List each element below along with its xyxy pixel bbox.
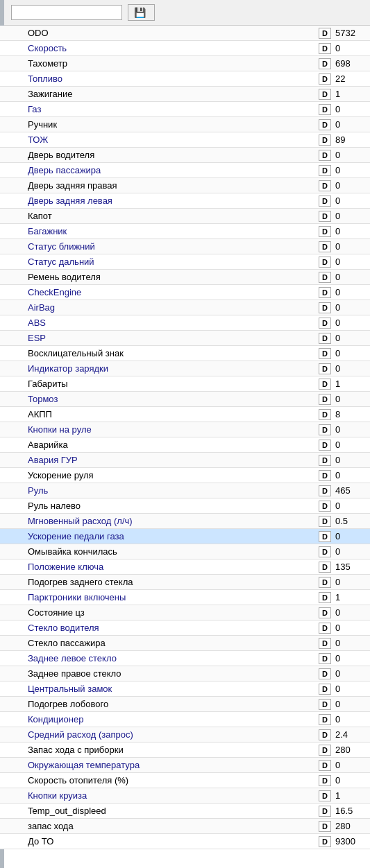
table-row[interactable]: CheckEngineD0 <box>0 285 370 300</box>
table-row[interactable]: Подогрев заднего стеклаD0 <box>0 575 370 590</box>
sensor-value: 0 <box>335 699 370 709</box>
table-row[interactable]: Руль налевоD0 <box>0 498 370 514</box>
d-badge: D <box>319 28 331 39</box>
table-row[interactable]: Дверь задняя леваяD0 <box>0 193 370 209</box>
table-row[interactable]: АварийкаD0 <box>0 437 370 453</box>
table-row[interactable]: Средний расход (запрос)D2.4 <box>0 727 370 743</box>
sensor-value: 0 <box>335 363 370 374</box>
table-row[interactable]: ТопливоD22 <box>0 71 370 87</box>
sensor-name: Статус дальний <box>28 257 319 267</box>
sensor-name: Temp_out_displeed <box>28 806 319 816</box>
sensor-value: 89 <box>335 134 370 145</box>
table-row[interactable]: РучникD0 <box>0 117 370 132</box>
table-row[interactable]: Дверь задняя праваяD0 <box>0 178 370 193</box>
table-row[interactable]: Индикатор зарядкиD0 <box>0 361 370 376</box>
table-row[interactable]: ABSD0 <box>0 315 370 331</box>
table-row[interactable]: ТОЖD89 <box>0 132 370 148</box>
sensor-name: Восклицательный знак <box>28 348 319 358</box>
table-row[interactable]: АКППD8 <box>0 407 370 422</box>
table-row[interactable]: КондиционерD0 <box>0 712 370 727</box>
sensor-name: Ускорение педали газа <box>28 531 319 541</box>
table-row[interactable]: запас ходаD280 <box>0 819 370 834</box>
table-row[interactable]: Стекло водителяD0 <box>0 620 370 636</box>
table-row[interactable]: Состояние цзD0 <box>0 605 370 620</box>
table-row[interactable]: ESPD0 <box>0 331 370 346</box>
sensor-value: 0.5 <box>335 516 370 526</box>
table-row[interactable]: Temp_out_displeedD16.5 <box>0 804 370 819</box>
d-badge: D <box>319 546 331 557</box>
d-badge: D <box>319 89 331 100</box>
sensor-value: 0 <box>335 348 370 358</box>
table-row[interactable]: Скорость отопителя (%)D0 <box>0 773 370 788</box>
d-badge: D <box>319 455 331 466</box>
d-badge: D <box>319 638 331 649</box>
table-row[interactable]: Кнопки круизаD1 <box>0 788 370 804</box>
table-row[interactable]: AirBagD0 <box>0 300 370 315</box>
table-row[interactable]: ГазD0 <box>0 102 370 117</box>
table-row[interactable]: БагажникD0 <box>0 224 370 239</box>
sensor-name: Зажигание <box>28 89 319 99</box>
sensor-value: 0 <box>335 470 370 480</box>
sensor-name: Руль налево <box>28 501 319 511</box>
d-badge: D <box>319 775 331 786</box>
table-row[interactable]: Статус ближнийD0 <box>0 239 370 254</box>
sensor-value: 280 <box>335 745 370 755</box>
save-sensors-button[interactable]: 💾 <box>128 4 155 21</box>
sensor-value: 0 <box>335 150 370 160</box>
sensor-name: Тормоз <box>28 394 319 404</box>
table-row[interactable]: Восклицательный знакD0 <box>0 346 370 361</box>
table-row[interactable]: Дверь водителяD0 <box>0 148 370 163</box>
sensor-value: 0 <box>335 318 370 328</box>
d-badge: D <box>319 729 331 740</box>
sensor-name: Дверь водителя <box>28 150 319 160</box>
d-badge: D <box>319 424 331 435</box>
d-badge: D <box>319 501 331 512</box>
d-badge: D <box>319 440 331 451</box>
sensor-name: Заднее левое стекло <box>28 653 319 663</box>
table-row[interactable]: Ремень водителяD0 <box>0 270 370 285</box>
table-row[interactable]: Запас хода с приборкиD280 <box>0 743 370 758</box>
table-row[interactable]: Ускорение педали газаD0 <box>0 529 370 544</box>
d-badge: D <box>319 592 331 603</box>
sensor-name: Состояние цз <box>28 607 319 618</box>
table-row[interactable]: ODOD5732 <box>0 26 370 41</box>
sensor-name: Мгновенный расход (л/ч) <box>28 516 319 526</box>
table-row[interactable]: КапотD0 <box>0 209 370 224</box>
table-row[interactable]: ТахометрD698 <box>0 56 370 71</box>
table-row[interactable]: Подогрев лобовогоD0 <box>0 697 370 712</box>
table-row[interactable]: Авария ГУРD0 <box>0 453 370 468</box>
sensor-name: Центральный замок <box>28 684 319 694</box>
table-row[interactable]: Статус дальнийD0 <box>0 254 370 270</box>
sensor-value: 0 <box>335 577 370 587</box>
sensor-value: 0 <box>335 714 370 724</box>
d-badge: D <box>319 714 331 725</box>
table-row[interactable]: Стекло пассажираD0 <box>0 636 370 651</box>
sensor-value: 5732 <box>335 28 370 38</box>
d-badge: D <box>319 760 331 771</box>
table-row[interactable]: Центральный замокD0 <box>0 682 370 697</box>
table-row[interactable]: Заднее правое стеклоD0 <box>0 666 370 682</box>
table-row[interactable]: Окружающая температураD0 <box>0 758 370 773</box>
sensor-group-input[interactable] <box>11 5 122 20</box>
table-row[interactable]: Положение ключаD135 <box>0 559 370 575</box>
table-row[interactable]: Омывайка кончиласьD0 <box>0 544 370 559</box>
table-row[interactable]: Дверь пассажираD0 <box>0 163 370 178</box>
table-row[interactable]: ТормозD0 <box>0 392 370 407</box>
table-row[interactable]: ГабаритыD1 <box>0 376 370 392</box>
table-row[interactable]: СкоростьD0 <box>0 41 370 56</box>
d-badge: D <box>319 653 331 664</box>
table-row[interactable]: Парктроники включеныD1 <box>0 590 370 605</box>
sensor-name: Скорость <box>28 43 319 53</box>
table-row[interactable]: Ускорение руляD0 <box>0 468 370 483</box>
table-row[interactable]: РульD465 <box>0 483 370 498</box>
sensor-name: Капот <box>28 211 319 221</box>
d-badge: D <box>319 836 331 847</box>
d-badge: D <box>319 485 331 496</box>
table-row[interactable]: Кнопки на рулеD0 <box>0 422 370 437</box>
table-row[interactable]: Мгновенный расход (л/ч)D0.5 <box>0 514 370 529</box>
table-row[interactable]: ЗажиганиеD1 <box>0 87 370 102</box>
sensor-value: 0 <box>335 287 370 297</box>
table-row[interactable]: Заднее левое стеклоD0 <box>0 651 370 666</box>
table-row[interactable]: До ТОD9300 <box>0 834 370 849</box>
sensor-value: 0 <box>335 272 370 282</box>
